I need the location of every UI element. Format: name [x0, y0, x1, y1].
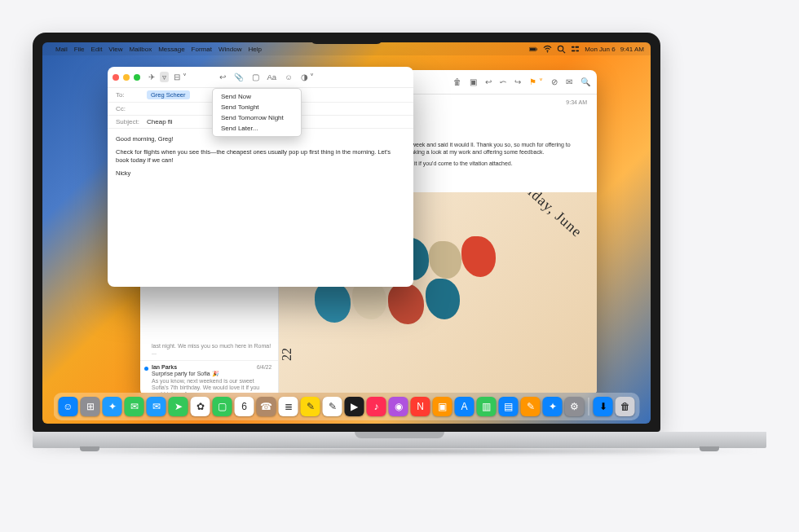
- svg-line-5: [563, 51, 566, 53]
- menubar-time[interactable]: 9:41 AM: [620, 46, 644, 53]
- message-from: Ian Parks: [152, 364, 271, 370]
- recipient-pill[interactable]: Greg Scheer: [147, 90, 190, 99]
- zoom-button[interactable]: [134, 74, 140, 81]
- dock-app-podcasts[interactable]: ◉: [389, 397, 408, 416]
- dock-app-photos[interactable]: ✿: [191, 397, 210, 416]
- reply-icon[interactable]: ↩: [485, 77, 492, 86]
- subject-input[interactable]: Cheap fli: [147, 118, 173, 125]
- poster-text: Friday, June: [514, 192, 585, 241]
- poster-side: 22: [280, 348, 294, 361]
- dock-app-safari[interactable]: ✦: [103, 397, 122, 416]
- dock-app-books[interactable]: ▣: [433, 397, 452, 416]
- reply-icon[interactable]: ↩: [219, 73, 226, 81]
- dock-app-calendar[interactable]: 6: [235, 397, 254, 416]
- archive-icon[interactable]: ▣: [470, 77, 477, 86]
- body-text: Nicky: [116, 169, 405, 178]
- dock: ☺⊞✦✉✉➤✿▢6☎≣✎✎▶♪◉N▣A▥▤✎✦⚙⬇🗑: [54, 393, 640, 420]
- dock-app-mail[interactable]: ✉: [147, 397, 166, 416]
- to-label: To:: [116, 91, 147, 99]
- send-later-dropdown[interactable]: ▿: [160, 72, 169, 82]
- dock-app-facetime[interactable]: ▢: [213, 397, 232, 416]
- compose-toolbar: ✈ ▿ ⊟ ˅ ↩ 📎 ▢ Aa ☺ ◑ ˅: [108, 67, 413, 88]
- dock-app-tv[interactable]: ▶: [345, 397, 364, 416]
- menu-mail[interactable]: Mail: [55, 46, 68, 53]
- cc-label: Cc:: [116, 105, 147, 112]
- battery-icon[interactable]: [529, 45, 538, 54]
- dock-app-messages[interactable]: ✉: [125, 397, 144, 416]
- dock-app-news[interactable]: N: [411, 397, 430, 416]
- list-item[interactable]: Ian Parks 6/4/22 Surprise party for Sofi…: [140, 361, 278, 396]
- send-later-menu: Send Now Send Tonight Send Tomorrow Nigh…: [212, 88, 302, 137]
- dock-separator: [589, 398, 589, 415]
- menu-help[interactable]: Help: [248, 46, 261, 53]
- dock-app-maps[interactable]: ➤: [169, 397, 188, 416]
- menu-item-send-later[interactable]: Send Later...: [213, 123, 301, 134]
- svg-rect-1: [530, 48, 536, 51]
- wifi-icon[interactable]: [543, 45, 552, 54]
- message-preview: last night. We miss you so much here in …: [152, 343, 271, 356]
- dock-app-appstore[interactable]: A: [455, 397, 475, 416]
- svg-rect-6: [572, 46, 575, 47]
- compose-body[interactable]: Good morning, Greg! Check for flights wh…: [108, 129, 413, 190]
- menu-file[interactable]: File: [74, 46, 85, 53]
- send-icon[interactable]: ✈: [148, 73, 155, 81]
- search-icon[interactable]: [557, 45, 566, 54]
- dock-app-launchpad[interactable]: ⊞: [81, 397, 100, 416]
- dock-app-keynote[interactable]: ▤: [499, 397, 519, 416]
- compose-window: ✈ ▿ ⊟ ˅ ↩ 📎 ▢ Aa ☺ ◑ ˅ To: Greg Sche: [108, 67, 413, 287]
- search-icon[interactable]: 🔍: [580, 77, 590, 86]
- menu-item-send-now[interactable]: Send Now: [213, 91, 301, 102]
- dock-app-notes[interactable]: ✎: [301, 397, 320, 416]
- trash-icon[interactable]: 🗑: [453, 77, 461, 86]
- svg-point-3: [547, 51, 548, 51]
- dock-app-downloads[interactable]: ⬇: [594, 397, 613, 416]
- header-toggle-icon[interactable]: ⊟ ˅: [174, 73, 187, 81]
- svg-rect-2: [536, 48, 537, 50]
- dock-app-contacts[interactable]: ☎: [257, 397, 276, 416]
- photo-icon[interactable]: ▢: [252, 73, 259, 81]
- svg-rect-9: [576, 50, 580, 51]
- menu-mailbox[interactable]: Mailbox: [130, 46, 152, 53]
- forward-icon[interactable]: ↪: [514, 77, 521, 86]
- menu-message[interactable]: Message: [158, 46, 184, 53]
- svg-rect-8: [572, 50, 576, 51]
- attach-icon[interactable]: 📎: [234, 73, 244, 81]
- dock-app-freeform[interactable]: ✎: [323, 397, 342, 416]
- dock-app-music[interactable]: ♪: [367, 397, 386, 416]
- format-icon[interactable]: Aa: [267, 73, 277, 81]
- compose-icon[interactable]: ✉: [566, 77, 572, 86]
- reply-all-icon[interactable]: ⤺: [500, 77, 506, 86]
- markup-icon[interactable]: ◑ ˅: [301, 73, 315, 81]
- minimize-button[interactable]: [123, 74, 130, 81]
- dock-app-numbers[interactable]: ▥: [477, 397, 497, 416]
- dock-app-trash[interactable]: 🗑: [616, 397, 635, 416]
- control-center-icon[interactable]: [571, 45, 580, 54]
- svg-rect-7: [576, 46, 580, 47]
- message-subject: Surprise party for Sofia 🎉: [152, 371, 271, 377]
- menu-item-send-tonight[interactable]: Send Tonight: [213, 102, 301, 112]
- svg-point-4: [558, 46, 563, 51]
- emoji-icon[interactable]: ☺: [285, 73, 293, 81]
- message-date: 6/4/22: [257, 364, 271, 370]
- menu-window[interactable]: Window: [219, 46, 241, 53]
- dock-app-reminders[interactable]: ≣: [279, 397, 298, 416]
- close-button[interactable]: [113, 74, 119, 81]
- menubar: Mail File Edit View Mailbox Message Form…: [42, 42, 651, 55]
- dock-app-pages[interactable]: ✎: [521, 397, 541, 416]
- dock-app-appstore2[interactable]: ✦: [543, 397, 563, 416]
- body-text: Check for flights when you see this—the …: [116, 148, 405, 165]
- dock-app-settings[interactable]: ⚙: [565, 397, 585, 416]
- subject-label: Subject:: [116, 118, 147, 125]
- flag-icon[interactable]: ⚑ ˅: [529, 77, 543, 86]
- list-item[interactable]: last night. We miss you so much here in …: [140, 339, 278, 361]
- mute-icon[interactable]: ⊘: [551, 77, 558, 86]
- message-time: 9:34 AM: [566, 99, 587, 105]
- menu-edit[interactable]: Edit: [91, 46, 103, 53]
- menu-format[interactable]: Format: [192, 46, 212, 53]
- menu-item-send-tomorrow[interactable]: Send Tomorrow Night: [213, 112, 301, 123]
- dock-app-finder[interactable]: ☺: [59, 397, 78, 416]
- unread-dot-icon: [144, 367, 148, 371]
- menubar-date[interactable]: Mon Jun 6: [585, 46, 615, 53]
- menu-view[interactable]: View: [108, 46, 122, 53]
